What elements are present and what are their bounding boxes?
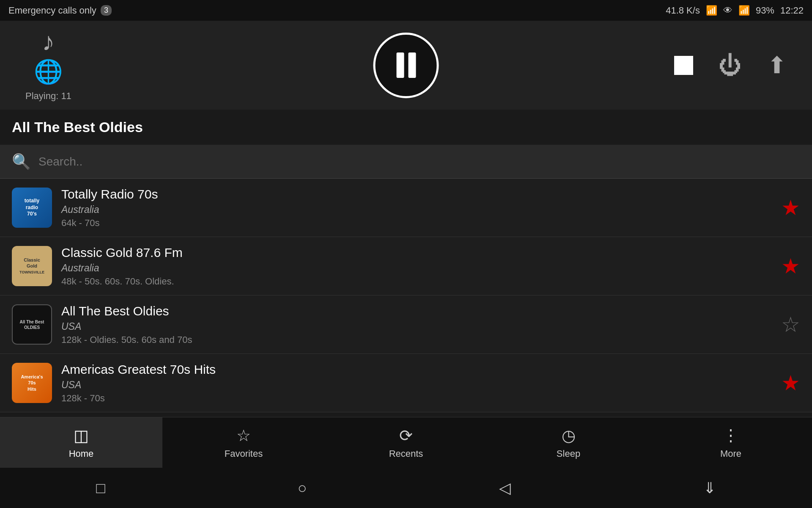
station-country: Australia (61, 204, 772, 215)
station-logo: ClassicGoldTOWNSVILLE (12, 246, 52, 286)
nav-favorites-label: Favorites (225, 448, 263, 459)
station-list: totallyradio70's Totally Radio 70s Austr… (0, 179, 812, 412)
sys-home-button[interactable]: ○ (281, 475, 324, 501)
station-name: Americas Greatest 70s Hits (61, 362, 772, 377)
system-nav: □ ○ ◁ ⇓ (0, 468, 812, 508)
favorite-button[interactable]: ★ (781, 371, 800, 395)
playing-label: Playing: 11 (25, 91, 71, 102)
station-info: Totally Radio 70s Australia 64k - 70s (61, 187, 772, 229)
share-icon[interactable]: ⬆ (767, 52, 787, 79)
station-name: All The Best Oldies (61, 304, 772, 318)
search-input[interactable] (38, 155, 800, 168)
station-country: Australia (61, 262, 772, 274)
status-left: Emergency calls only 3 (8, 5, 112, 16)
nav-recents[interactable]: ⟳ Recents (325, 417, 487, 468)
list-item[interactable]: ClassicGoldTOWNSVILLE Classic Gold 87.6 … (0, 237, 812, 295)
list-item[interactable]: America's70sHits Americas Greatest 70s H… (0, 354, 812, 412)
station-country: USA (61, 321, 772, 332)
list-item[interactable]: totallyradio70's Totally Radio 70s Austr… (0, 179, 812, 237)
station-logo: All The BestOLDIES (12, 304, 52, 345)
sys-back-button[interactable]: ◁ (482, 475, 528, 501)
clock: 12:22 (780, 5, 804, 16)
sys-download-button[interactable]: ⇓ (686, 475, 733, 501)
station-details: 48k - 50s. 60s. 70s. Oldies. (61, 276, 772, 287)
wifi-icon: 📶 (738, 5, 750, 16)
nav-sleep-label: Sleep (557, 448, 580, 459)
home-icon: ◫ (74, 426, 89, 445)
favorite-button[interactable]: ★ (781, 196, 800, 220)
nav-more[interactable]: ⋮ More (650, 417, 812, 468)
sleep-icon: ◷ (562, 426, 576, 445)
battery-level: 93% (756, 5, 774, 16)
nav-more-label: More (720, 448, 741, 459)
power-icon[interactable]: ⏻ (719, 52, 742, 79)
emergency-calls-text: Emergency calls only (8, 5, 96, 16)
station-name: Totally Radio 70s (61, 187, 772, 202)
more-icon: ⋮ (723, 426, 739, 445)
search-icon: 🔍 (12, 153, 31, 171)
recents-icon: ⟳ (399, 426, 413, 445)
bottom-nav: ◫ Home ☆ Favorites ⟳ Recents ◷ Sleep ⋮ M… (0, 417, 812, 468)
station-info: Americas Greatest 70s Hits USA 128k - 70… (61, 362, 772, 404)
station-logo: totallyradio70's (12, 188, 52, 228)
now-playing: All The Best Oldies (0, 110, 812, 145)
station-details: 128k - Oldies. 50s. 60s and 70s (61, 334, 772, 345)
station-info: All The Best Oldies USA 128k - Oldies. 5… (61, 304, 772, 345)
sys-square-button[interactable]: □ (79, 475, 122, 501)
list-item[interactable]: All The BestOLDIES All The Best Oldies U… (0, 295, 812, 354)
music-icon[interactable]: ♪ (42, 29, 55, 55)
nav-sleep[interactable]: ◷ Sleep (487, 417, 650, 468)
station-name: Classic Gold 87.6 Fm (61, 246, 772, 260)
station-logo: America's70sHits (12, 363, 52, 403)
left-controls: ♪ 🌐 Playing: 11 (25, 29, 71, 102)
stop-button[interactable] (674, 56, 693, 75)
player-bar: ♪ 🌐 Playing: 11 ⏻ ⬆ (0, 21, 812, 110)
nav-home[interactable]: ◫ Home (0, 417, 162, 468)
station-info: Classic Gold 87.6 Fm Australia 48k - 50s… (61, 246, 772, 287)
favorite-button[interactable]: ★ (781, 254, 800, 279)
search-bar: 🔍 (0, 145, 812, 179)
network-speed: 41.8 K/s (666, 5, 700, 16)
now-playing-title: All The Best Oldies (12, 119, 800, 135)
station-country: USA (61, 379, 772, 391)
bluetooth-icon: 📶 (706, 5, 717, 16)
status-bar: Emergency calls only 3 41.8 K/s 📶 👁 📶 93… (0, 0, 812, 21)
center-controls (373, 33, 439, 98)
right-controls: ⏻ ⬆ (674, 52, 787, 79)
status-right: 41.8 K/s 📶 👁 📶 93% 12:22 (666, 5, 804, 16)
station-details: 128k - 70s (61, 393, 772, 404)
pause-button[interactable] (373, 33, 439, 98)
nav-favorites[interactable]: ☆ Favorites (162, 417, 325, 468)
pause-icon (396, 52, 416, 78)
favorite-button[interactable]: ☆ (781, 312, 800, 337)
eye-icon: 👁 (723, 5, 732, 16)
notification-badge: 3 (101, 5, 112, 16)
nav-home-label: Home (69, 448, 94, 459)
nav-recents-label: Recents (389, 448, 423, 459)
globe-icon[interactable]: 🌐 (34, 58, 63, 86)
favorites-icon: ☆ (236, 426, 251, 445)
station-details: 64k - 70s (61, 218, 772, 229)
